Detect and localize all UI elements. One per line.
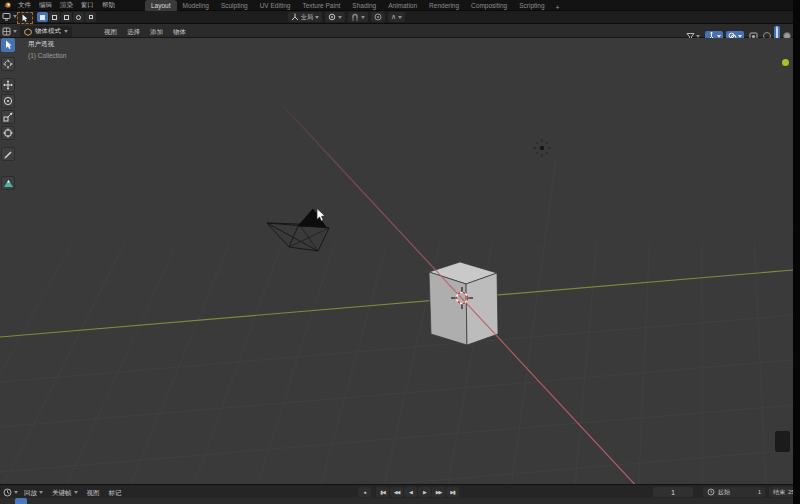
select-cursor-icon [21, 14, 29, 23]
tab-shading[interactable]: Shading [346, 0, 382, 11]
playhead-marker[interactable] [15, 498, 27, 504]
menu-help[interactable]: 帮助 [98, 0, 119, 10]
light-object[interactable] [533, 139, 551, 157]
menu-edit[interactable]: 编辑 [35, 0, 56, 10]
auto-key-button[interactable]: ● [358, 487, 371, 497]
menu-object[interactable]: 物体 [169, 26, 190, 37]
tab-modeling[interactable]: Modeling [177, 0, 215, 11]
topbar-menu-row: 文件 编辑 渲染 窗口 帮助 Layout Modeling Sculpting… [0, 0, 793, 11]
topbar-editor-selector[interactable] [2, 12, 17, 21]
tab-compositing[interactable]: Compositing [465, 0, 513, 11]
3d-viewport[interactable]: 用户透视 (1) Collection [0, 38, 793, 484]
pivot-point-dropdown[interactable] [325, 12, 345, 22]
axes-icon [291, 13, 299, 21]
proportional-edit-toggle[interactable] [371, 12, 385, 22]
menu-window[interactable]: 窗口 [77, 0, 98, 10]
orientation-label: 全局 [301, 13, 313, 21]
add-workspace-button[interactable]: + [551, 4, 565, 11]
timeline-editor-selector[interactable] [3, 488, 18, 497]
nav-gizmo-axis-dot[interactable] [782, 59, 789, 66]
proportional-falloff-dropdown[interactable]: ∧ [388, 12, 405, 22]
workspace-tabs: Layout Modeling Sculpting UV Editing Tex… [145, 0, 565, 11]
start-label: 起始 [718, 488, 730, 497]
circle-icon [76, 15, 81, 20]
select-mode-extend-button[interactable] [49, 12, 60, 22]
active-tool-indicator[interactable] [17, 12, 33, 24]
mode-dropdown[interactable]: 物体模式 [20, 26, 72, 37]
tab-scripting[interactable]: Scripting [513, 0, 550, 11]
play-button[interactable]: ▶ [418, 487, 431, 497]
current-frame-field[interactable]: 1 [653, 487, 693, 497]
select-mode-subtract-button[interactable] [61, 12, 72, 22]
dashed-square-icon [64, 15, 69, 20]
square-icon [52, 15, 57, 20]
timeline-track-area[interactable] [0, 498, 793, 504]
menu-file[interactable]: 文件 [14, 0, 35, 10]
square-icon [40, 15, 45, 20]
3d-cursor-icon [3, 59, 13, 69]
mountain-icon [3, 178, 14, 188]
tab-sculpting[interactable]: Sculpting [215, 0, 254, 11]
blender-ui: 文件 编辑 渲染 窗口 帮助 Layout Modeling Sculpting… [0, 0, 793, 504]
menu-keying[interactable]: 关键帧 [49, 487, 81, 498]
pencil-icon [3, 149, 13, 159]
prev-keyframe-button[interactable]: ◀◀ [390, 487, 403, 497]
menu-select[interactable]: 选择 [123, 26, 144, 37]
cursor-tool[interactable] [1, 57, 15, 71]
viewport-menus: 视图 选择 添加 物体 [100, 26, 190, 37]
chevron-down-icon [14, 491, 18, 494]
falloff-curve-icon: ∧ [391, 13, 396, 21]
menu-playback[interactable]: 回放 [21, 487, 46, 498]
tab-uv-editing[interactable]: UV Editing [254, 0, 297, 11]
y-axis-line [0, 270, 793, 337]
annotate-tool[interactable] [1, 147, 15, 161]
proportional-edit-icon [374, 13, 382, 21]
blender-window: 文件 编辑 渲染 窗口 帮助 Layout Modeling Sculpting… [0, 0, 800, 504]
tab-animation[interactable]: Animation [382, 0, 423, 11]
display-icon [2, 12, 11, 21]
blender-logo-icon[interactable] [3, 1, 12, 9]
start-value: 1 [758, 489, 761, 495]
frame-start-field[interactable]: 起始 1 [703, 487, 765, 497]
transform-icon [3, 128, 13, 138]
mode-label: 物体模式 [35, 27, 61, 36]
letterbox-bar [793, 0, 800, 504]
timeline-header: 回放 关键帧 视图 标记 ● ▮◀ ◀◀ ◀ ▶ ▶▶ ▶▮ 1 起始 1 结 [0, 484, 793, 498]
play-reverse-button[interactable]: ◀ [404, 487, 417, 497]
scale-tool[interactable] [1, 110, 15, 124]
menu-add[interactable]: 添加 [146, 26, 167, 37]
magnet-icon [351, 13, 359, 21]
collection-label: (1) Collection [28, 52, 66, 59]
viewport-header: 物体模式 视图 选择 添加 物体 [0, 24, 793, 38]
viewport-editor-icon [2, 27, 11, 36]
viewport-editor-selector[interactable] [2, 27, 17, 36]
jump-to-start-button[interactable]: ▮◀ [376, 487, 389, 497]
select-mode-invert-button[interactable] [73, 12, 84, 22]
move-tool[interactable] [1, 78, 15, 92]
clock-icon [3, 488, 12, 497]
rotate-tool[interactable] [1, 94, 15, 108]
menu-render[interactable]: 渲染 [56, 0, 77, 10]
tab-texture-paint[interactable]: Texture Paint [296, 0, 346, 11]
transform-tool[interactable] [1, 126, 15, 140]
rotate-icon [3, 96, 13, 106]
snap-dropdown[interactable] [348, 12, 368, 22]
select-box-tool[interactable] [1, 38, 15, 52]
tab-rendering[interactable]: Rendering [423, 0, 465, 11]
menu-view-timeline[interactable]: 视图 [84, 487, 103, 498]
menu-marker[interactable]: 标记 [106, 487, 125, 498]
jump-to-end-button[interactable]: ▶▮ [446, 487, 459, 497]
orientation-dropdown[interactable]: 全局 [288, 12, 322, 22]
clock-icon [707, 488, 715, 496]
tab-layout[interactable]: Layout [145, 0, 177, 11]
floor-grid [0, 158, 793, 484]
menu-view[interactable]: 视图 [100, 26, 121, 37]
chevron-down-icon [315, 16, 319, 19]
select-mode-new-button[interactable] [37, 12, 48, 22]
measure-tool[interactable] [1, 176, 15, 190]
select-mode-intersect-button[interactable] [85, 12, 96, 22]
select-mode-group [37, 12, 96, 22]
mouse-cursor [316, 208, 326, 222]
next-keyframe-button[interactable]: ▶▶ [432, 487, 445, 497]
timeline-left: 回放 关键帧 视图 标记 [3, 487, 125, 498]
